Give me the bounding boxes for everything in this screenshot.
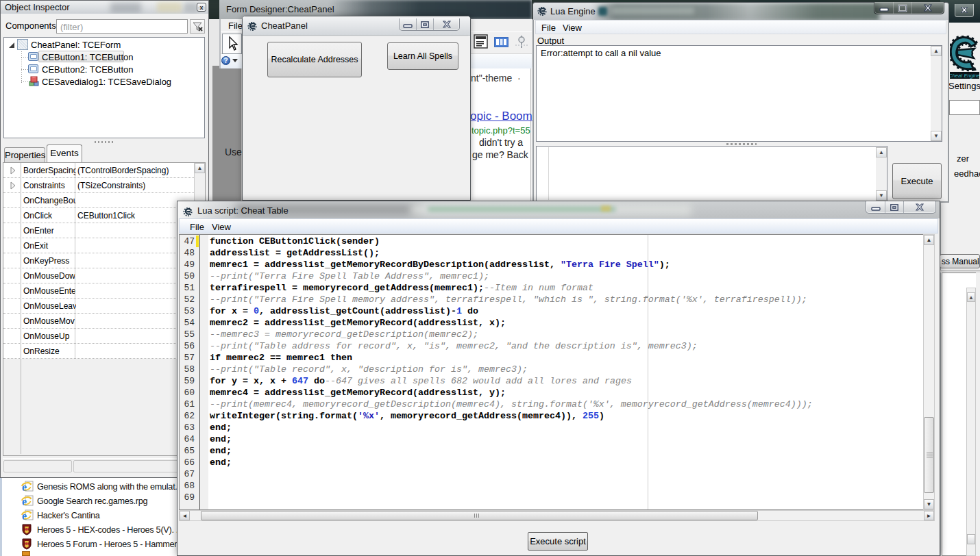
svg-text:Cheat Engine: Cheat Engine [950,73,979,79]
